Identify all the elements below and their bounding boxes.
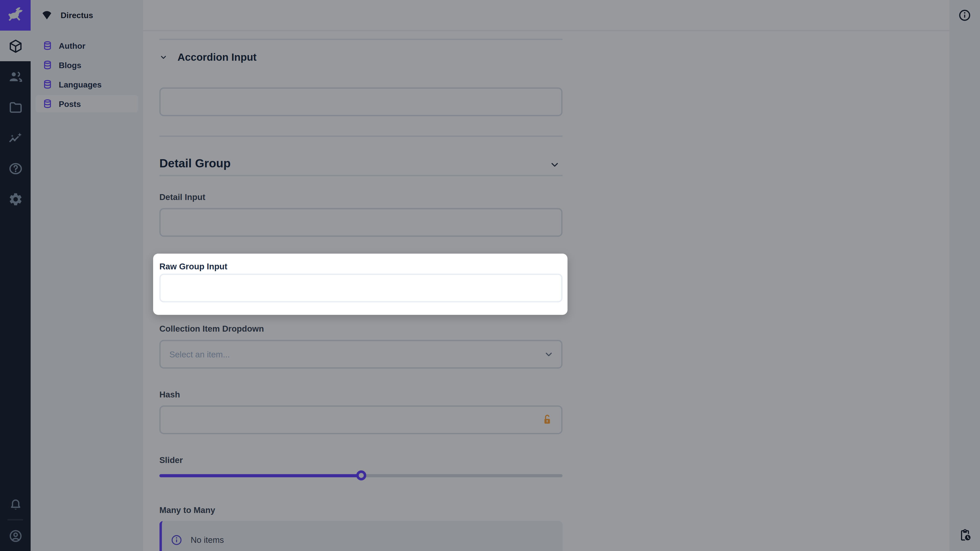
app-window: Directus Author Blogs: [0, 0, 980, 551]
raw-group-input-label: Raw Group Input: [159, 262, 227, 271]
raw-group-input-highlight-card: Raw Group Input: [153, 254, 568, 315]
raw-group-input[interactable]: [159, 274, 563, 303]
